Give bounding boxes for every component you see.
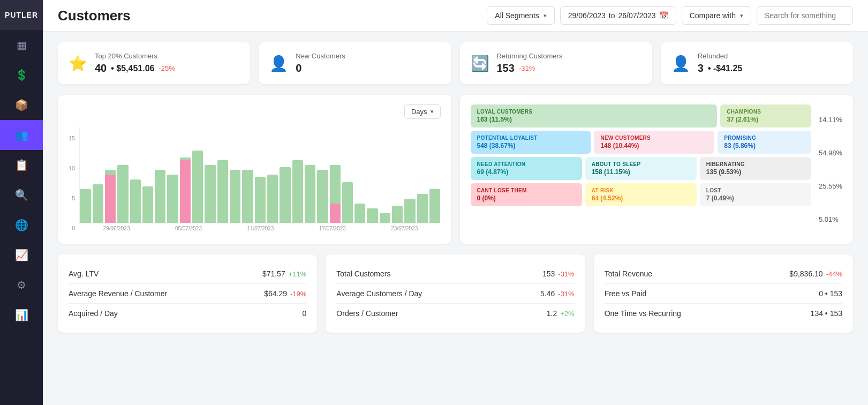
segment-dropdown[interactable]: All Segments ▾ (487, 6, 554, 25)
settings-icon: ⚙ (17, 279, 26, 291)
stat-label: Average Revenue / Customer (69, 289, 167, 298)
network-icon: 🌐 (15, 219, 28, 231)
search-input[interactable] (757, 6, 853, 25)
stat-label: One Time vs Recurring (605, 309, 681, 318)
returning-customers-card: 🔄 Returning Customers 153 -31% (460, 42, 652, 84)
sidebar-item-customers[interactable]: 👥 (0, 120, 43, 150)
stat-row: Total Revenue$9,836.10-44% (605, 264, 842, 284)
rfm-cell-cantlose[interactable]: CANT LOSE THEM0 (0%) (471, 183, 582, 206)
stat-badge: +11% (289, 270, 307, 278)
rfm-cell-count: 69 (4.87%) (477, 168, 576, 176)
bar-group (354, 127, 365, 223)
rfm-cell-title: NEED ATTENTION (477, 161, 576, 167)
rfm-cell-count: 64 (4.52%) (592, 194, 690, 202)
rfm-cell-champions[interactable]: CHAMPIONS37 (2.61%) (720, 104, 811, 128)
bar-green (130, 179, 141, 223)
bar-green (429, 189, 440, 223)
date-to: 26/07/2023 (618, 11, 656, 20)
sidebar-item-search[interactable]: 🔍 (0, 180, 43, 210)
bar-group (342, 127, 353, 223)
compare-dropdown[interactable]: Compare with ▾ (682, 6, 751, 25)
days-chevron-icon: ▾ (431, 108, 434, 115)
rfm-row: LOYAL CUSTOMERS163 (11.5%)CHAMPIONS37 (2… (471, 104, 811, 128)
bar-group (180, 127, 191, 223)
bar-group (404, 127, 415, 223)
rfm-cell-title: LOYAL CUSTOMERS (477, 109, 711, 115)
returning-customers-content: Returning Customers 153 -31% (497, 52, 563, 74)
rfm-card: LOYAL CUSTOMERS163 (11.5%)CHAMPIONS37 (2… (460, 95, 854, 244)
days-dropdown[interactable]: Days ▾ (404, 104, 441, 119)
bar-green (255, 177, 266, 223)
stat-value: 0 (303, 309, 307, 318)
stat-badge: -31% (558, 290, 574, 298)
bar-group (93, 127, 103, 223)
revenue-icon: 💲 (15, 69, 28, 81)
rfm-cell-count: 7 (0.49%) (706, 194, 805, 202)
rfm-cell-title: NEW CUSTOMERS (600, 135, 708, 141)
bar-green (117, 165, 128, 223)
bar-group (305, 127, 315, 223)
sidebar-item-orders[interactable]: 📦 (0, 90, 43, 120)
reports-icon: 📋 (15, 159, 28, 171)
sidebar-item-dashboard[interactable]: ▦ (0, 30, 43, 60)
sidebar-item-analytics[interactable]: 📈 (0, 240, 43, 270)
summary-cards: ⭐ Top 20% Customers 40 • $5,451.06 -25% … (58, 42, 853, 84)
bar-pink (105, 175, 116, 223)
stat-row: Total Customers153-31% (336, 264, 574, 284)
bar-group (267, 127, 278, 223)
bar-group (367, 127, 378, 223)
bar-green (392, 206, 403, 223)
bar-green (292, 160, 303, 223)
rfm-cell-potential[interactable]: POTENTIAL LOYALIST548 (38.67%) (471, 131, 591, 154)
middle-row: Days ▾ 15 10 5 0 29/06/2023 (58, 95, 853, 244)
rfm-cell-title: LOST (706, 188, 805, 193)
rfm-cell-promising[interactable]: PROMISING83 (5.86%) (718, 131, 811, 154)
bar-green (205, 165, 215, 223)
bars-container: 29/06/2023 05/07/2023 11/07/2023 17/07/2… (79, 127, 440, 231)
sidebar-item-reports[interactable]: 📋 (0, 150, 43, 180)
sidebar-item-bar[interactable]: 📊 (0, 300, 43, 330)
sidebar-item-revenue[interactable]: 💲 (0, 60, 43, 90)
sidebar-item-settings[interactable]: ⚙ (0, 270, 43, 300)
refunded-value: 3 • -$41.25 (698, 62, 742, 74)
bar-green (404, 199, 415, 223)
page-title: Customers (58, 8, 478, 24)
rfm-pct: 25.55% (819, 171, 842, 201)
rfm-cell-title: CHAMPIONS (727, 109, 805, 115)
rfm-row: CANT LOSE THEM0 (0%)AT RISK64 (4.52%)LOS… (471, 183, 811, 206)
top-customers-content: Top 20% Customers 40 • $5,451.06 -25% (95, 52, 175, 74)
bar-green (93, 184, 103, 223)
stat-badge: -19% (290, 290, 306, 298)
bar-group (155, 127, 165, 223)
bar-green (280, 167, 290, 223)
rfm-cell-count: 158 (11.15%) (592, 168, 690, 176)
rfm-cell-hibernating[interactable]: HIBERNATING135 (9.53%) (700, 157, 811, 180)
header: Customers All Segments ▾ 29/06/2023 to 2… (43, 0, 868, 32)
date-range-picker[interactable]: 29/06/2023 to 26/07/2023 📅 (560, 6, 676, 25)
rfm-cell-title: CANT LOSE THEM (477, 188, 576, 193)
right-stats-card: Total Revenue$9,836.10-44%Free vs Paid0 … (594, 254, 853, 333)
chevron-down-icon2: ▾ (740, 12, 743, 19)
stat-value: 1.2+2% (547, 309, 575, 318)
rfm-cell-lost[interactable]: LOST7 (0.49%) (700, 183, 811, 206)
returning-customers-badge: -31% (519, 64, 535, 72)
rfm-cell-sleep[interactable]: ABOUT TO SLEEP158 (11.15%) (585, 157, 697, 180)
analytics-icon: 📈 (15, 249, 28, 261)
compare-label: Compare with (690, 11, 736, 20)
sidebar-item-network[interactable]: 🌐 (0, 210, 43, 240)
stat-label: Average Customers / Day (336, 289, 422, 298)
rfm-cell-loyal[interactable]: LOYAL CUSTOMERS163 (11.5%) (471, 104, 718, 128)
bar-group (330, 127, 341, 223)
rfm-cell-count: 548 (38.67%) (477, 142, 585, 149)
rfm-cell-attention[interactable]: NEED ATTENTION69 (4.87%) (471, 157, 582, 180)
rfm-cell-title: POTENTIAL LOYALIST (477, 135, 585, 141)
new-customers-card: 👤 New Customers 0 (259, 42, 451, 84)
returning-customers-value: 153 -31% (497, 62, 563, 74)
bar-group (417, 127, 428, 223)
rfm-cell-new[interactable]: NEW CUSTOMERS148 (10.44%) (594, 131, 714, 154)
bar-group (242, 127, 253, 223)
stat-row: Average Customers / Day5.46-31% (336, 284, 574, 304)
rfm-cell-count: 163 (11.5%) (477, 116, 711, 123)
bar-group (317, 127, 328, 223)
rfm-cell-atrisk[interactable]: AT RISK64 (4.52%) (585, 183, 697, 206)
